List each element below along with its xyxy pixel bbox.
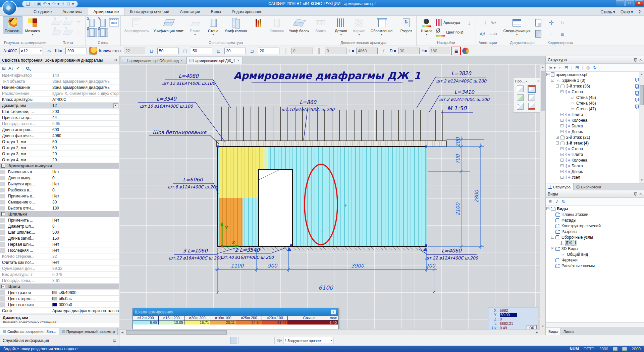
mosaic-button[interactable]: Мозаика▾ (23, 16, 42, 38)
d-label[interactable]: D = D =▾ D = (390, 49, 396, 53)
bottom-tool-icon[interactable] (355, 337, 362, 344)
filter-icon[interactable]: {≡ ▾ (548, 65, 556, 70)
drawing-viewport[interactable]: Армирование диафрагмы ДЖ_1 (119, 64, 540, 329)
doc-tab-general-view[interactable]: армирование.spf:Общий вид✕ (121, 57, 186, 64)
tree-item[interactable]: + Балка (546, 163, 644, 169)
count-label[interactable]: Количество: Количество:▾ Количество: (99, 49, 122, 53)
tree-item[interactable]: − Стена (546, 89, 644, 95)
bottom-tool-icon[interactable] (258, 337, 265, 344)
undo-dropdown-icon[interactable]: ▾ (48, 1, 51, 7)
rebar-list-icon[interactable]: ▾ ≣ (452, 47, 460, 55)
canvas-horizontal-scrollbar[interactable]: ◀ ▶ (119, 329, 540, 335)
property-row[interactable]: Слой Арматура диафрагм горизонтальная ▼ (0, 308, 119, 314)
property-row[interactable]: Отступ 2, мм 50 ▼ (0, 145, 119, 151)
tree-item[interactable]: Стена (46) (546, 100, 644, 106)
tab-libraries[interactable]: Библиотеки (574, 183, 604, 190)
tree-item[interactable]: + Дверь (546, 169, 644, 174)
zone-list-button[interactable]: ≣ (557, 30, 568, 38)
tab-views[interactable]: Виды (546, 328, 561, 335)
view-cube-back[interactable] (528, 103, 535, 110)
apply-icon[interactable]: ✓ (16, 66, 20, 71)
canvas-vertical-scrollbar[interactable]: ▲ ▼ (540, 64, 545, 329)
menu-style[interactable]: Стиль ▾ (601, 10, 615, 14)
binoculars-icon[interactable]: ◎ (586, 65, 590, 70)
section-button[interactable]: Разрез (397, 16, 415, 34)
status-box-1[interactable] (613, 347, 618, 351)
bottom-tool-icon[interactable] (230, 337, 237, 344)
legend-titlebar[interactable]: Шкала армирования x (133, 308, 338, 316)
slab-button[interactable]: Плита▾ (186, 16, 204, 38)
view-cube-iso[interactable] (517, 85, 524, 92)
scale-button[interactable]: Шкала▾ (418, 16, 435, 38)
tree-item[interactable]: − Сборочные узлы (546, 234, 644, 240)
outlet-top-input[interactable]: 0 0▾ 0 (291, 48, 313, 54)
dup-icon-3[interactable] (635, 91, 639, 95)
press-icon-button[interactable]: ⍊ (464, 18, 474, 27)
cage-button[interactable]: Каркас▾ (351, 16, 368, 38)
unify-slabs-button[interactable]: Унификация плит (152, 16, 186, 34)
projection-dropdown-icon[interactable]: ▾ (526, 80, 527, 83)
offset4-input[interactable]: 20 20▾ 20 (258, 48, 279, 54)
tree-item[interactable]: − 3-й этаж (36) (546, 83, 644, 89)
bottom-tool-icon[interactable] (243, 337, 250, 344)
pin-icon[interactable] (113, 58, 117, 62)
tree-item[interactable]: − 3D-Виды (546, 246, 644, 251)
open-file-icon[interactable]: ❐ (32, 1, 36, 7)
property-row[interactable]: Площадь зоны, ... 8.61 ▼ (0, 278, 119, 284)
property-row[interactable]: Считать как пог... Нет ▼ (0, 259, 119, 266)
tree-item[interactable]: Чертежи (546, 257, 644, 263)
property-row[interactable]: Шаг шпилек,... 500 ▼ (0, 229, 119, 235)
wall-max-button[interactable]: max (109, 18, 119, 27)
new-file-icon[interactable]: ❏ (26, 1, 30, 7)
unify-beams-button[interactable]: Униф.балок (287, 16, 311, 34)
close-button[interactable]: ✕ (635, 0, 643, 6)
offset1-icon[interactable]: ▾ ⊔ (147, 47, 155, 55)
minimize-button[interactable]: ▁ (616, 0, 625, 6)
bottom-tool-icon[interactable] (199, 337, 206, 344)
bottom-tool-icon[interactable] (251, 337, 258, 344)
layout-page-button[interactable] (533, 18, 543, 27)
property-row[interactable]: Длина загиб... 150 ▼ (0, 235, 119, 241)
property-row[interactable]: Привязка стер... 44 ▼ (0, 115, 119, 121)
service-pin-icon[interactable] (113, 339, 116, 343)
structure-close-icon[interactable]: ✕ (639, 58, 642, 62)
wall-x-button[interactable]: X (87, 18, 97, 27)
offset4-icon[interactable]: ▾ ⊐ (248, 47, 256, 55)
tree-item[interactable]: + Плита (546, 152, 644, 157)
view-cube-front[interactable] (528, 85, 535, 92)
undo-icon[interactable]: ↶ (43, 1, 47, 7)
property-row[interactable]: Идентификатор 140 ▼ (0, 72, 119, 78)
rotate-button[interactable]: ↻ (557, 18, 568, 27)
tab-preview[interactable]: Предварительный просмотр (59, 328, 118, 335)
bottom-tool-icon[interactable] (168, 337, 175, 344)
qat-customize-icon[interactable]: ▾ (72, 1, 74, 7)
slab-y2-button[interactable]: Y (63, 28, 73, 37)
tree-item[interactable]: + Стена (546, 146, 644, 152)
property-row[interactable]: Шаг стержней, ... 200 ▼ (0, 109, 119, 115)
door-opening[interactable] (259, 170, 292, 246)
property-row[interactable]: Длина анкеров... 600 ▼ (0, 127, 119, 133)
tree-item[interactable]: + Узел (546, 174, 644, 180)
maximize-button[interactable]: ❐ (625, 0, 634, 6)
wall-z-button[interactable]: Z (87, 28, 97, 37)
offset3-icon[interactable]: ▾ ⊏ (214, 47, 222, 55)
menu-window[interactable]: Окно ▾ (621, 10, 633, 14)
property-row[interactable]: Применять о... Нет ▼ (0, 193, 119, 199)
show-button[interactable]: Показать (3, 16, 22, 34)
save-icon[interactable]: ▣ (37, 1, 41, 7)
redo-icon[interactable]: ↷ (52, 1, 56, 7)
rebar-class-label[interactable]: Ат400С Ат400С▾ Ат400С (3, 49, 17, 53)
color-wheel-icon[interactable]: ▾ (462, 48, 469, 54)
bottom-tool-icon[interactable] (266, 337, 273, 344)
diameter-select[interactable]: ø12 ø12▾ ø12 (19, 48, 43, 54)
bottom-tool-icon[interactable] (145, 337, 152, 344)
app-logo-icon[interactable] (2, 1, 17, 15)
property-row[interactable]: Последняя ... Нет ▼ (0, 247, 119, 253)
property-row[interactable]: Вес арматуры, т 0.079 ▼ (0, 272, 119, 278)
home-icon[interactable]: ⌂ (559, 65, 561, 70)
property-row[interactable]: Диаметр шп... 8 ▼ (0, 223, 119, 229)
slab-drop-button[interactable]: ⊥ (74, 28, 84, 37)
bottom-tool-icon[interactable] (222, 337, 229, 344)
column-button[interactable]: Колонна (268, 16, 286, 34)
tab-redaktirovanie[interactable]: Редактирование (226, 8, 268, 15)
